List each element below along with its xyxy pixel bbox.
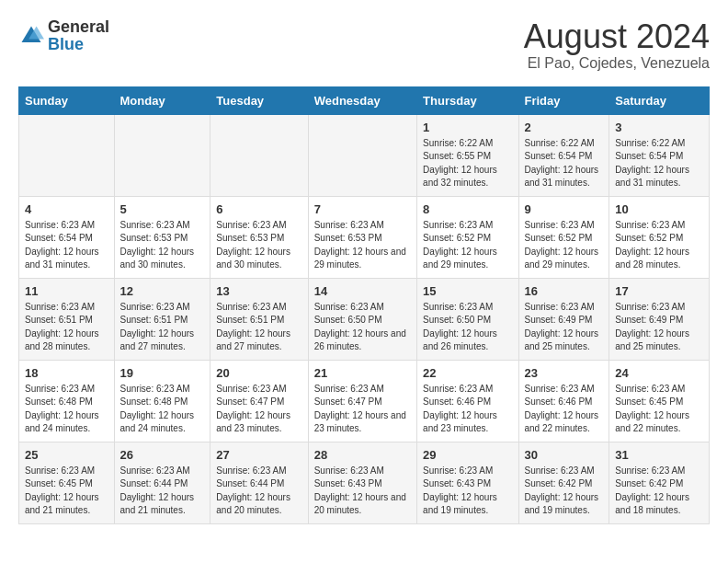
cell-info: Sunrise: 6:23 AM Sunset: 6:46 PM Dayligh…: [525, 383, 604, 436]
day-number: 7: [314, 202, 411, 216]
cell-info: Sunrise: 6:23 AM Sunset: 6:50 PM Dayligh…: [314, 301, 411, 354]
day-number: 26: [120, 448, 205, 462]
cell-info: Sunrise: 6:23 AM Sunset: 6:42 PM Dayligh…: [525, 465, 604, 518]
cell-info: Sunrise: 6:23 AM Sunset: 6:43 PM Dayligh…: [314, 465, 411, 518]
calendar-cell: 1Sunrise: 6:22 AM Sunset: 6:55 PM Daylig…: [417, 114, 518, 196]
day-number: 18: [25, 366, 108, 380]
calendar-cell: 4Sunrise: 6:23 AM Sunset: 6:54 PM Daylig…: [19, 196, 115, 278]
week-row-0: 1Sunrise: 6:22 AM Sunset: 6:55 PM Daylig…: [19, 114, 710, 196]
calendar-body: 1Sunrise: 6:22 AM Sunset: 6:55 PM Daylig…: [19, 114, 710, 523]
calendar-cell: [19, 114, 115, 196]
day-number: 16: [525, 284, 604, 298]
cell-info: Sunrise: 6:23 AM Sunset: 6:42 PM Dayligh…: [615, 465, 703, 518]
cell-info: Sunrise: 6:22 AM Sunset: 6:54 PM Dayligh…: [525, 137, 604, 190]
page-subtitle: El Pao, Cojedes, Venezuela: [524, 55, 710, 72]
header: General Blue August 2024 El Pao, Cojedes…: [18, 18, 710, 72]
calendar-cell: 23Sunrise: 6:23 AM Sunset: 6:46 PM Dayli…: [518, 360, 609, 442]
day-number: 23: [525, 366, 604, 380]
cell-info: Sunrise: 6:23 AM Sunset: 6:51 PM Dayligh…: [120, 301, 205, 354]
cell-info: Sunrise: 6:23 AM Sunset: 6:50 PM Dayligh…: [423, 301, 512, 354]
calendar-cell: 2Sunrise: 6:22 AM Sunset: 6:54 PM Daylig…: [518, 114, 609, 196]
cell-info: Sunrise: 6:23 AM Sunset: 6:44 PM Dayligh…: [216, 465, 301, 518]
calendar-cell: 9Sunrise: 6:23 AM Sunset: 6:52 PM Daylig…: [518, 196, 609, 278]
header-day-friday: Friday: [518, 86, 609, 114]
calendar-cell: 31Sunrise: 6:23 AM Sunset: 6:42 PM Dayli…: [609, 442, 710, 523]
cell-info: Sunrise: 6:23 AM Sunset: 6:45 PM Dayligh…: [25, 465, 108, 518]
cell-info: Sunrise: 6:23 AM Sunset: 6:46 PM Dayligh…: [423, 383, 512, 436]
day-number: 2: [525, 121, 604, 134]
header-day-saturday: Saturday: [609, 86, 710, 114]
calendar-cell: 7Sunrise: 6:23 AM Sunset: 6:53 PM Daylig…: [308, 196, 416, 278]
calendar-cell: 12Sunrise: 6:23 AM Sunset: 6:51 PM Dayli…: [114, 278, 210, 360]
cell-info: Sunrise: 6:23 AM Sunset: 6:47 PM Dayligh…: [216, 383, 301, 436]
cell-info: Sunrise: 6:23 AM Sunset: 6:43 PM Dayligh…: [423, 465, 512, 518]
cell-info: Sunrise: 6:23 AM Sunset: 6:51 PM Dayligh…: [25, 301, 108, 354]
header-row: SundayMondayTuesdayWednesdayThursdayFrid…: [19, 86, 710, 114]
calendar-cell: 16Sunrise: 6:23 AM Sunset: 6:49 PM Dayli…: [518, 278, 609, 360]
calendar-cell: 22Sunrise: 6:23 AM Sunset: 6:46 PM Dayli…: [417, 360, 518, 442]
week-row-4: 25Sunrise: 6:23 AM Sunset: 6:45 PM Dayli…: [19, 442, 710, 523]
calendar-cell: 27Sunrise: 6:23 AM Sunset: 6:44 PM Dayli…: [210, 442, 308, 523]
cell-info: Sunrise: 6:23 AM Sunset: 6:48 PM Dayligh…: [120, 383, 205, 436]
cell-info: Sunrise: 6:23 AM Sunset: 6:49 PM Dayligh…: [615, 301, 703, 354]
header-day-tuesday: Tuesday: [210, 86, 308, 114]
header-day-wednesday: Wednesday: [308, 86, 416, 114]
calendar-cell: 8Sunrise: 6:23 AM Sunset: 6:52 PM Daylig…: [417, 196, 518, 278]
day-number: 6: [216, 202, 301, 216]
cell-info: Sunrise: 6:23 AM Sunset: 6:53 PM Dayligh…: [120, 219, 205, 272]
calendar-cell: 14Sunrise: 6:23 AM Sunset: 6:50 PM Dayli…: [308, 278, 416, 360]
day-number: 15: [423, 284, 512, 298]
cell-info: Sunrise: 6:23 AM Sunset: 6:44 PM Dayligh…: [120, 465, 205, 518]
calendar-cell: 24Sunrise: 6:23 AM Sunset: 6:45 PM Dayli…: [609, 360, 710, 442]
cell-info: Sunrise: 6:23 AM Sunset: 6:52 PM Dayligh…: [423, 219, 512, 272]
day-number: 11: [25, 284, 108, 298]
calendar-table: SundayMondayTuesdayWednesdayThursdayFrid…: [18, 86, 710, 524]
calendar-cell: 30Sunrise: 6:23 AM Sunset: 6:42 PM Dayli…: [518, 442, 609, 523]
calendar-cell: 10Sunrise: 6:23 AM Sunset: 6:52 PM Dayli…: [609, 196, 710, 278]
day-number: 28: [314, 448, 411, 462]
page-title: August 2024: [524, 18, 710, 55]
logo-general: General Blue: [48, 18, 109, 53]
day-number: 25: [25, 448, 108, 462]
day-number: 31: [615, 448, 703, 462]
day-number: 29: [423, 448, 512, 462]
calendar-cell: 25Sunrise: 6:23 AM Sunset: 6:45 PM Dayli…: [19, 442, 115, 523]
calendar-cell: 17Sunrise: 6:23 AM Sunset: 6:49 PM Dayli…: [609, 278, 710, 360]
calendar-cell: 21Sunrise: 6:23 AM Sunset: 6:47 PM Dayli…: [308, 360, 416, 442]
week-row-2: 11Sunrise: 6:23 AM Sunset: 6:51 PM Dayli…: [19, 278, 710, 360]
day-number: 24: [615, 366, 703, 380]
cell-info: Sunrise: 6:23 AM Sunset: 6:53 PM Dayligh…: [216, 219, 301, 272]
calendar-cell: 5Sunrise: 6:23 AM Sunset: 6:53 PM Daylig…: [114, 196, 210, 278]
day-number: 8: [423, 202, 512, 216]
week-row-3: 18Sunrise: 6:23 AM Sunset: 6:48 PM Dayli…: [19, 360, 710, 442]
day-number: 20: [216, 366, 301, 380]
cell-info: Sunrise: 6:23 AM Sunset: 6:52 PM Dayligh…: [525, 219, 604, 272]
day-number: 19: [120, 366, 205, 380]
calendar-cell: 29Sunrise: 6:23 AM Sunset: 6:43 PM Dayli…: [417, 442, 518, 523]
calendar-cell: 3Sunrise: 6:22 AM Sunset: 6:54 PM Daylig…: [609, 114, 710, 196]
cell-info: Sunrise: 6:23 AM Sunset: 6:51 PM Dayligh…: [216, 301, 301, 354]
calendar-cell: 11Sunrise: 6:23 AM Sunset: 6:51 PM Dayli…: [19, 278, 115, 360]
cell-info: Sunrise: 6:22 AM Sunset: 6:54 PM Dayligh…: [615, 137, 703, 190]
logo-icon: [18, 23, 44, 49]
logo: General Blue: [18, 18, 109, 53]
calendar-cell: 15Sunrise: 6:23 AM Sunset: 6:50 PM Dayli…: [417, 278, 518, 360]
title-area: August 2024 El Pao, Cojedes, Venezuela: [524, 18, 710, 72]
calendar-cell: 13Sunrise: 6:23 AM Sunset: 6:51 PM Dayli…: [210, 278, 308, 360]
cell-info: Sunrise: 6:23 AM Sunset: 6:45 PM Dayligh…: [615, 383, 703, 436]
calendar-cell: 6Sunrise: 6:23 AM Sunset: 6:53 PM Daylig…: [210, 196, 308, 278]
calendar-cell: 26Sunrise: 6:23 AM Sunset: 6:44 PM Dayli…: [114, 442, 210, 523]
day-number: 9: [525, 202, 604, 216]
calendar-cell: [308, 114, 416, 196]
calendar-cell: 18Sunrise: 6:23 AM Sunset: 6:48 PM Dayli…: [19, 360, 115, 442]
cell-info: Sunrise: 6:23 AM Sunset: 6:48 PM Dayligh…: [25, 383, 108, 436]
calendar-cell: 19Sunrise: 6:23 AM Sunset: 6:48 PM Dayli…: [114, 360, 210, 442]
cell-info: Sunrise: 6:23 AM Sunset: 6:49 PM Dayligh…: [525, 301, 604, 354]
day-number: 30: [525, 448, 604, 462]
calendar-cell: 28Sunrise: 6:23 AM Sunset: 6:43 PM Dayli…: [308, 442, 416, 523]
day-number: 12: [120, 284, 205, 298]
calendar-cell: [114, 114, 210, 196]
day-number: 27: [216, 448, 301, 462]
cell-info: Sunrise: 6:23 AM Sunset: 6:52 PM Dayligh…: [615, 219, 703, 272]
day-number: 3: [615, 121, 703, 134]
